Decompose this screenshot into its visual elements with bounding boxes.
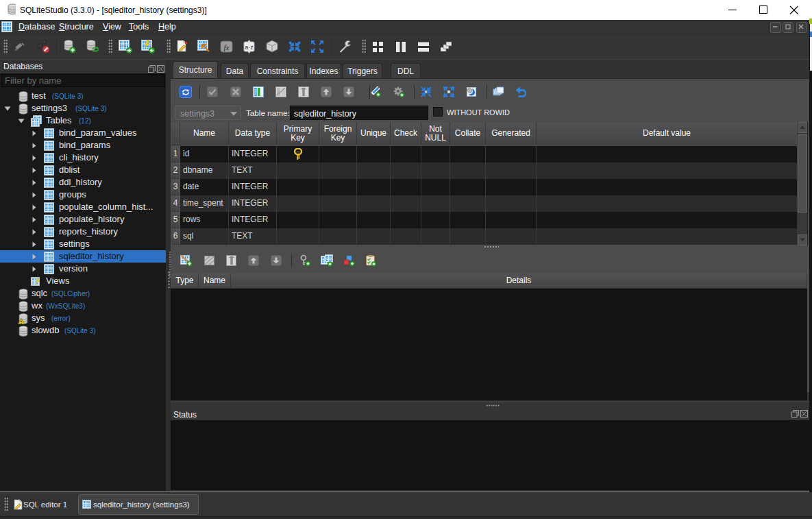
svg-text:fx: fx <box>224 43 230 51</box>
svg-text:a·z: a·z <box>245 44 254 51</box>
